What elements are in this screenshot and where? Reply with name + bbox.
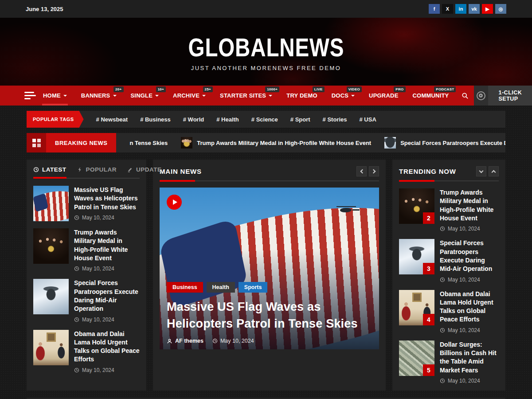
nav-label: UPGRADE <box>369 92 398 99</box>
latest-panel: LATEST POPULAR UPDATE Massive US Flag Wa… <box>27 160 146 391</box>
tag-business[interactable]: # Business <box>140 116 171 123</box>
tag-newsbeat[interactable]: # Newsbeat <box>96 116 128 123</box>
ticker-item[interactable]: Trump Awards Military Medal in High-Prof… <box>181 137 371 149</box>
article-thumbnail[interactable] <box>33 279 69 314</box>
article-date: May 10, 2024 <box>448 327 480 333</box>
tag-world[interactable]: # World <box>183 116 204 123</box>
carousel-next-button[interactable] <box>369 166 379 176</box>
grid-icon[interactable] <box>27 133 46 153</box>
nav-item-starter-sites[interactable]: STARTER SITES 1000+ <box>213 86 279 106</box>
linkedin-icon[interactable]: in <box>455 4 466 14</box>
trending-heading: TRENDING NOW <box>399 168 456 175</box>
ticker-item[interactable]: n Tense Skies <box>129 140 168 146</box>
article-title[interactable]: Special Forces Paratroopers Execute Dari… <box>74 279 140 313</box>
trending-panel: TRENDING NOW 2 Trump Awards Military Med… <box>392 160 505 391</box>
article-title[interactable]: Massive US Flag Waves as Helicopters Pat… <box>74 186 140 211</box>
nav-item-home[interactable]: HOME <box>36 86 74 106</box>
nav-item-upgrade[interactable]: UPGRADE PRO <box>362 86 405 106</box>
article-thumbnail[interactable]: 5 <box>399 340 434 376</box>
hero-date: May 10, 2024 <box>212 338 254 344</box>
site-logo[interactable]: GLOBALNEWS <box>188 32 344 62</box>
tag-health[interactable]: # Health <box>216 116 239 123</box>
youtube-icon[interactable]: ▶ <box>482 4 493 14</box>
nav-item-community[interactable]: COMMUNITY PODCAST <box>406 86 456 106</box>
current-date: June 13, 2025 <box>26 6 63 12</box>
hero-categories: Business Health Sports <box>167 282 372 293</box>
article-title[interactable]: Obama and Dalai Lama Hold Urgent Talks o… <box>74 330 140 364</box>
chevron-right-icon <box>371 169 376 174</box>
article-date: May 10, 2024 <box>448 378 480 384</box>
carousel-prev-button[interactable] <box>356 166 367 176</box>
chevron-down-icon <box>63 95 67 97</box>
search-icon[interactable] <box>456 86 473 106</box>
article-thumbnail[interactable]: 3 <box>399 239 434 274</box>
clock-icon <box>74 215 79 220</box>
article-title[interactable]: Trump Awards Military Medal in High-Prof… <box>440 188 499 223</box>
tag-usa[interactable]: # USA <box>360 116 376 123</box>
site-header: GLOBALNEWS JUST ANOTHER MORENEWS FREE DE… <box>0 18 532 86</box>
list-item: 3 Special Forces Paratroopers Execute Da… <box>399 239 499 282</box>
tag-science[interactable]: # Science <box>251 116 278 123</box>
category-business[interactable]: Business <box>167 282 203 293</box>
nav-label: STARTER SITES <box>220 92 266 99</box>
instagram-icon[interactable]: ◎ <box>495 4 506 14</box>
rank-badge: 3 <box>423 263 434 274</box>
article-title[interactable]: Special Forces Paratroopers Execute Dari… <box>440 239 499 273</box>
one-click-setup-button[interactable]: 1-CLICK SETUP <box>474 86 532 106</box>
category-sports[interactable]: Sports <box>239 282 268 293</box>
nav-item-try-demo[interactable]: TRY DEMO LIVE <box>279 86 325 106</box>
nav-label: TRY DEMO <box>286 92 317 99</box>
tag-stories[interactable]: # Stories <box>323 116 347 123</box>
trending-down-button[interactable] <box>476 166 486 176</box>
tab-popular[interactable]: POPULAR <box>77 166 117 173</box>
tab-update[interactable]: UPDATE <box>127 166 162 173</box>
nav-badge: LIVE <box>313 86 325 92</box>
nav-label: SINGLE <box>131 92 153 99</box>
pen-icon <box>127 167 133 172</box>
topbar: June 13, 2025 f X in vk ▶ ◎ <box>0 0 532 18</box>
list-item: Trump Awards Military Medal in High-Prof… <box>33 228 140 272</box>
hero-author[interactable]: AF themes <box>167 338 203 344</box>
nav-badge: PODCAST <box>434 86 456 92</box>
target-icon <box>474 86 488 106</box>
hero-article[interactable]: Business Health Sports Massive US Flag W… <box>160 188 379 349</box>
hero-title[interactable]: Massive US Flag Waves as Helicopters Pat… <box>167 299 372 332</box>
nav-badge: 1000+ <box>265 86 279 92</box>
rank-badge: 4 <box>423 314 434 325</box>
nav-item-archive[interactable]: ARCHIVE 25+ <box>166 86 213 106</box>
nav-badge: 25+ <box>203 86 213 92</box>
nav-item-docs[interactable]: DOCS VIDEO <box>325 86 362 106</box>
article-thumbnail[interactable] <box>33 186 69 221</box>
breaking-news-ticker: BREAKING NEWS n Tense Skies Trump Awards… <box>27 133 505 153</box>
article-title[interactable]: Dollar Surges: Billions in Cash Hit the … <box>440 340 499 375</box>
nav-label: DOCS <box>332 92 348 99</box>
article-thumbnail[interactable] <box>33 228 69 264</box>
breaking-news-label: BREAKING NEWS <box>46 133 116 153</box>
vk-icon[interactable]: vk <box>469 4 480 14</box>
menu-icon[interactable] <box>24 86 36 106</box>
article-thumbnail[interactable]: 2 <box>399 188 434 224</box>
article-title[interactable]: Trump Awards Military Medal in High-Prof… <box>74 228 140 262</box>
nav-item-single[interactable]: SINGLE 10+ <box>124 86 166 106</box>
tab-label: POPULAR <box>86 166 117 173</box>
clock-icon <box>74 266 79 271</box>
x-twitter-icon[interactable]: X <box>442 4 453 14</box>
article-thumbnail[interactable] <box>33 330 69 365</box>
main-nav: HOME BANNERS 20+ SINGLE 10+ ARCHIVE 25+ … <box>0 86 532 106</box>
category-health[interactable]: Health <box>207 282 235 293</box>
ticker-item[interactable]: Special Forces Paratroopers Execute Dari… <box>384 137 505 149</box>
nav-badge: 20+ <box>113 86 123 92</box>
list-item: 5 Dollar Surges: Billions in Cash Hit th… <box>399 340 499 384</box>
article-date: May 10, 2024 <box>82 317 114 323</box>
facebook-icon[interactable]: f <box>429 4 440 14</box>
tab-latest[interactable]: LATEST <box>33 166 66 173</box>
clock-icon <box>440 226 445 231</box>
trending-up-button[interactable] <box>489 166 499 176</box>
nav-item-banners[interactable]: BANNERS 20+ <box>74 86 124 106</box>
article-thumbnail[interactable]: 4 <box>399 290 434 325</box>
article-title[interactable]: Obama and Dalai Lama Hold Urgent Talks o… <box>440 290 499 324</box>
play-icon[interactable] <box>167 195 182 210</box>
author-name: AF themes <box>175 338 203 344</box>
tag-sport[interactable]: # Sport <box>290 116 310 123</box>
list-item: Obama and Dalai Lama Hold Urgent Talks o… <box>33 330 140 373</box>
